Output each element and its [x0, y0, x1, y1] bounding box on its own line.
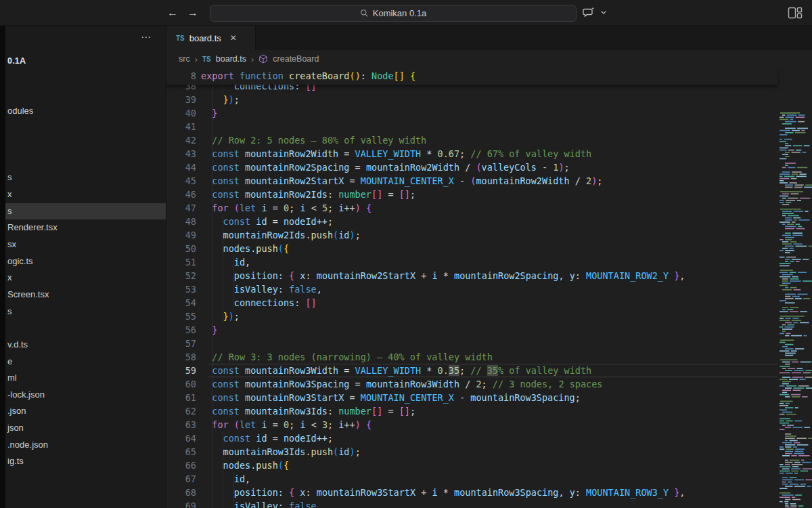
customize-layout-icon[interactable] — [788, 6, 803, 20]
code-line-47[interactable]: 47 for (let i = 0; i < 5; i++) { — [166, 201, 777, 215]
code-line-39[interactable]: 39 }); — [166, 93, 777, 106]
code-text: const mountainRow3Ids: number[] = []; — [196, 404, 415, 418]
code-line-46[interactable]: 46 const mountainRow2Ids: number[] = []; — [166, 188, 777, 201]
sidebar-file-item[interactable]: odules — [5, 103, 166, 120]
code-line-60[interactable]: 60 const mountainRow3Spacing = mountainR… — [166, 377, 777, 391]
code-text: id, — [196, 255, 250, 269]
sidebar-spacer — [5, 86, 166, 103]
code-line-42[interactable]: 42 // Row 2: 5 nodes — 80% of valley wid… — [166, 133, 777, 147]
code-text: const mountainRow3Width = VALLEY_WIDTH *… — [196, 364, 591, 377]
breadcrumb-folder[interactable]: src — [179, 54, 190, 64]
line-number: 50 — [166, 242, 196, 255]
chevron-down-icon[interactable] — [600, 8, 608, 16]
history-back-button[interactable]: ← — [165, 5, 180, 20]
code-line-57[interactable]: 57 — [166, 337, 777, 350]
code-line-49[interactable]: 49 mountainRow2Ids.push(id); — [166, 228, 777, 242]
command-center-search[interactable]: Komikan 0.1a — [210, 5, 577, 22]
code-line-61[interactable]: 61 const mountainRow3StartX = MOUNTAIN_C… — [166, 391, 777, 404]
history-forward-button[interactable]: → — [185, 5, 200, 20]
sidebar-file-item[interactable]: s — [5, 169, 166, 186]
sidebar-file-item[interactable]: s — [5, 303, 166, 320]
sidebar-file-item[interactable]: x — [5, 270, 166, 287]
sidebar-file-item[interactable]: e — [5, 354, 166, 371]
code-line-65[interactable]: 65 mountainRow3Ids.push(id); — [166, 445, 777, 459]
code-line-58[interactable]: 58 // Row 3: 3 nodes (narrowing) — 40% o… — [166, 350, 777, 364]
code-text: nodes.push({ — [196, 459, 289, 472]
workspace-title[interactable]: 0.1A — [5, 53, 166, 70]
code-editor[interactable]: 38 connections: []39 });40 }4142 // Row … — [166, 68, 812, 508]
line-number: 54 — [166, 296, 196, 310]
sidebar-file-item[interactable]: ml — [5, 370, 166, 387]
sidebar-file-item[interactable]: Renderer.tsx — [5, 219, 166, 236]
line-number: 56 — [166, 323, 196, 337]
code-line-53[interactable]: 53 isValley: false, — [166, 282, 777, 296]
line-number: 41 — [166, 120, 196, 133]
code-text: position: { x: mountainRow3StartX + i * … — [196, 486, 685, 499]
code-text — [196, 337, 201, 350]
sidebar-file-item[interactable]: sx — [5, 236, 166, 253]
line-number: 62 — [166, 404, 196, 418]
sidebar-file-item[interactable]: x — [5, 186, 166, 203]
tab-close-icon[interactable]: ✕ — [230, 33, 237, 43]
sidebar-file-item[interactable]: ogic.ts — [5, 253, 166, 270]
tab-bar: TS board.ts ✕ — [166, 26, 812, 50]
code-line-67[interactable]: 67 id, — [166, 472, 777, 486]
line-number: 40 — [166, 106, 196, 120]
sidebar-file-item[interactable]: v.d.ts — [5, 337, 166, 354]
explorer-actions-ellipsis[interactable]: ⋯ — [141, 31, 152, 43]
code-text: const mountainRow2Width = VALLEY_WIDTH *… — [196, 147, 591, 161]
indent-guide — [223, 215, 223, 323]
sidebar-file-item[interactable]: Screen.tsx — [5, 287, 166, 303]
code-line-51[interactable]: 51 id, — [166, 255, 777, 269]
sidebar-spacer — [5, 320, 166, 337]
sidebar-file-item[interactable]: s — [5, 203, 166, 220]
line-number: 65 — [166, 445, 196, 459]
code-line-41[interactable]: 41 — [166, 120, 777, 133]
code-line-64[interactable]: 64 const id = nodeId++; — [166, 431, 777, 445]
code-text: id, — [196, 472, 250, 486]
code-line-52[interactable]: 52 position: { x: mountainRow2StartX + i… — [166, 269, 777, 282]
code-text: connections: [] — [196, 296, 317, 310]
line-number: 66 — [166, 459, 196, 472]
indent-guide — [212, 79, 212, 508]
sidebar-file-item[interactable]: json — [5, 420, 166, 437]
code-line-45[interactable]: 45 const mountainRow2StartX = MOUNTAIN_C… — [166, 174, 777, 188]
line-number: 59 — [166, 364, 196, 377]
line-number: 63 — [166, 418, 196, 431]
code-line-50[interactable]: 50 nodes.push({ — [166, 242, 777, 255]
code-line-62[interactable]: 62 const mountainRow3Ids: number[] = []; — [166, 404, 777, 418]
code-line-63[interactable]: 63 for (let i = 0; i < 3; i++) { — [166, 418, 777, 431]
sidebar-file-item[interactable]: .node.json — [5, 437, 166, 454]
code-line-55[interactable]: 55 }); — [166, 310, 777, 323]
line-number: 64 — [166, 431, 196, 445]
code-text: const id = nodeId++; — [196, 215, 333, 228]
breadcrumb: src › TS board.ts › createBoard — [166, 50, 812, 68]
sidebar-file-item[interactable]: -lock.json — [5, 387, 166, 404]
code-line-59[interactable]: 59 const mountainRow3Width = VALLEY_WIDT… — [166, 364, 777, 377]
breadcrumb-file[interactable]: board.ts — [216, 54, 246, 64]
sticky-scroll[interactable]: 8export function createBoard(): Node[] { — [166, 68, 777, 85]
code-line-40[interactable]: 40 } — [166, 106, 777, 120]
code-text: isValley: false, — [196, 282, 322, 296]
code-line-69[interactable]: 69 isValley: false, — [166, 499, 777, 508]
code-line-8[interactable]: 8export function createBoard(): Node[] { — [166, 69, 777, 83]
code-line-54[interactable]: 54 connections: [] — [166, 296, 777, 310]
code-text: const mountainRow2StartX = MOUNTAIN_CENT… — [196, 174, 602, 188]
code-line-56[interactable]: 56 } — [166, 323, 777, 337]
breadcrumb-symbol[interactable]: createBoard — [273, 54, 319, 64]
sidebar-file-item[interactable]: .json — [5, 403, 166, 420]
tab-board-ts[interactable]: TS board.ts ✕ — [166, 26, 256, 50]
code-line-68[interactable]: 68 position: { x: mountainRow3StartX + i… — [166, 486, 777, 499]
code-line-44[interactable]: 44 const mountainRow2Spacing = mountainR… — [166, 161, 777, 174]
symbol-function-icon — [258, 54, 268, 64]
copilot-chat-icon[interactable] — [582, 6, 595, 20]
code-line-66[interactable]: 66 nodes.push({ — [166, 459, 777, 472]
sidebar-file-item[interactable]: ig.ts — [5, 453, 166, 470]
line-number: 45 — [166, 174, 196, 188]
minimap[interactable] — [777, 110, 812, 508]
line-number: 52 — [166, 269, 196, 282]
code-text — [196, 120, 201, 133]
code-line-48[interactable]: 48 const id = nodeId++; — [166, 215, 777, 228]
code-line-43[interactable]: 43 const mountainRow2Width = VALLEY_WIDT… — [166, 147, 777, 161]
file-tree: 0.1AodulessxsRenderer.tsxsxogic.tsxScree… — [5, 53, 166, 470]
